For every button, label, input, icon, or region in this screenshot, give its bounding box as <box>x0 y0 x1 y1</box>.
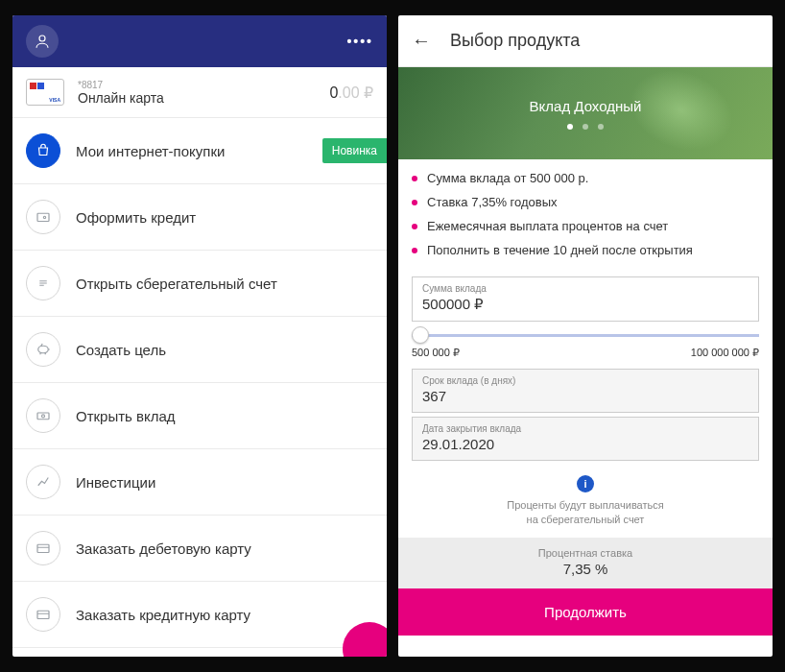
menu-order-credit[interactable]: Заказать кредитную карту <box>12 582 387 648</box>
menu-investments[interactable]: Инвестиции <box>12 449 387 516</box>
amount-field[interactable]: Сумма вклада 500000 ₽ <box>412 276 759 322</box>
term-value: 367 <box>422 388 749 404</box>
amount-value: 500000 ₽ <box>422 296 749 313</box>
pager-dot[interactable] <box>583 124 588 130</box>
feature-item: Сумма вклада от 500 000 р. <box>412 171 759 185</box>
menu-order-debit[interactable]: Заказать дебетовую карту <box>12 516 387 582</box>
menu-label: Создать цель <box>76 342 166 358</box>
feature-item: Ежемесячная выплата процентов на счет <box>412 219 759 233</box>
card-balance: 0.00 ₽ <box>329 84 373 102</box>
feature-list: Сумма вклада от 500 000 р. Ставка 7,35% … <box>398 159 773 273</box>
menu-credit[interactable]: Оформить кредит <box>12 184 387 251</box>
amount-slider[interactable] <box>412 325 759 345</box>
slider-scale: 500 000 ₽ 100 000 000 ₽ <box>412 347 759 359</box>
more-menu-icon[interactable]: •••• <box>346 34 373 49</box>
profile-avatar[interactable] <box>26 25 59 58</box>
menu-label: Открыть вклад <box>76 408 176 424</box>
carousel-pager[interactable] <box>567 124 604 130</box>
term-field[interactable]: Срок вклада (в днях) 367 <box>412 369 759 413</box>
menu-label: Инвестиции <box>76 474 155 491</box>
user-icon <box>34 33 51 50</box>
lines-icon <box>26 266 60 300</box>
header-bar: ← Выбор продукта <box>398 15 773 67</box>
card-summary[interactable]: VISA *8817 Онлайн карта 0.00 ₽ <box>12 67 387 118</box>
wallet-icon <box>26 200 60 234</box>
feature-item: Ставка 7,35% годовых <box>412 195 759 209</box>
slider-max: 100 000 000 ₽ <box>691 347 759 359</box>
continue-button[interactable]: Продолжить <box>398 588 773 636</box>
card-info: *8817 Онлайн карта <box>78 80 329 106</box>
card-icon <box>26 597 60 632</box>
svg-rect-7 <box>37 611 49 618</box>
rate-block: Процентная ставка 7,35 % <box>398 538 773 588</box>
close-date-field[interactable]: Дата закрытия вклада 29.01.2020 <box>412 417 759 461</box>
svg-point-0 <box>39 36 45 41</box>
new-badge: Новинка <box>322 138 387 163</box>
header-bar: •••• <box>12 15 387 67</box>
card-thumbnail-icon: VISA <box>26 79 64 106</box>
promo-banner[interactable]: Вклад Доходный <box>398 67 773 159</box>
home-screen: •••• VISA *8817 Онлайн карта 0.00 ₽ <box>12 15 387 657</box>
basket-icon <box>26 133 60 168</box>
card-last4: *8817 <box>78 80 329 90</box>
svg-rect-6 <box>37 544 49 552</box>
svg-rect-4 <box>37 413 49 420</box>
menu-internet-purchases[interactable]: Мои интернет-покупки Новинка <box>12 118 387 184</box>
chart-icon <box>26 465 60 499</box>
back-icon[interactable]: ← <box>412 30 431 52</box>
menu-label: Заказать дебетовую карту <box>76 540 251 557</box>
info-text: Проценты будут выплачиваться на сберегат… <box>412 498 759 528</box>
page-title: Выбор продукта <box>450 31 580 51</box>
pager-dot[interactable] <box>567 124 573 130</box>
close-date-value: 29.01.2020 <box>422 436 749 452</box>
menu-label: Мои интернет-покупки <box>76 143 225 159</box>
slider-min: 500 000 ₽ <box>412 347 460 359</box>
info-icon[interactable]: i <box>577 475 594 492</box>
money-icon <box>26 398 60 433</box>
slider-thumb[interactable] <box>412 326 429 344</box>
menu-savings-account[interactable]: Открыть сберегательный счет <box>12 251 387 317</box>
pager-dot[interactable] <box>598 124 604 130</box>
menu-label: Заказать кредитную карту <box>76 607 250 623</box>
card-name: Онлайн карта <box>78 90 329 106</box>
svg-point-5 <box>42 415 45 418</box>
rate-label: Процентная ставка <box>398 547 773 559</box>
piggy-icon <box>26 332 60 367</box>
svg-point-2 <box>43 216 45 218</box>
feature-item: Пополнить в течение 10 дней после открыт… <box>412 243 759 257</box>
amount-label: Сумма вклада <box>422 283 749 294</box>
menu-label: Открыть сберегательный счет <box>76 276 277 292</box>
promo-title: Вклад Доходный <box>530 98 642 114</box>
rate-value: 7,35 % <box>398 561 773 577</box>
menu-open-deposit[interactable]: Открыть вклад <box>12 383 387 449</box>
product-screen: ← Выбор продукта Вклад Доходный Сумма вк… <box>398 15 773 657</box>
card-icon <box>26 531 60 565</box>
close-date-label: Дата закрытия вклада <box>422 423 749 434</box>
term-label: Срок вклада (в днях) <box>422 375 749 386</box>
svg-point-3 <box>38 346 49 353</box>
info-block: i Проценты будут выплачиваться на сберег… <box>398 465 773 538</box>
menu-label: Оформить кредит <box>76 209 196 226</box>
menu-create-goal[interactable]: Создать цель <box>12 317 387 383</box>
